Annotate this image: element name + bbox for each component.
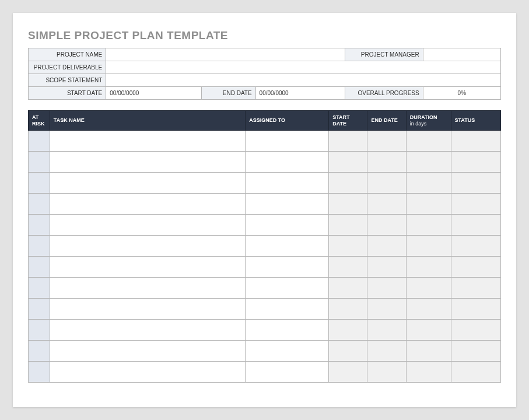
cell-status[interactable] bbox=[451, 194, 500, 215]
cell-end-date[interactable] bbox=[367, 299, 406, 320]
col-at-risk: AT RISK bbox=[29, 111, 50, 131]
cell-at-risk[interactable] bbox=[29, 320, 50, 341]
cell-task-name[interactable] bbox=[50, 152, 245, 173]
cell-start-date[interactable] bbox=[329, 194, 367, 215]
cell-end-date[interactable] bbox=[367, 362, 406, 383]
cell-task-name[interactable] bbox=[50, 215, 245, 236]
cell-task-name[interactable] bbox=[50, 278, 245, 299]
cell-task-name[interactable] bbox=[50, 299, 245, 320]
cell-status[interactable] bbox=[451, 152, 500, 173]
end-date-label: END DATE bbox=[202, 87, 255, 100]
cell-status[interactable] bbox=[451, 278, 500, 299]
col-duration: DURATIONin days bbox=[406, 111, 451, 131]
cell-end-date[interactable] bbox=[367, 215, 406, 236]
cell-assigned-to[interactable] bbox=[246, 299, 329, 320]
cell-start-date[interactable] bbox=[329, 278, 367, 299]
cell-assigned-to[interactable] bbox=[246, 320, 329, 341]
cell-at-risk[interactable] bbox=[29, 362, 50, 383]
cell-end-date[interactable] bbox=[367, 257, 406, 278]
cell-end-date[interactable] bbox=[367, 320, 406, 341]
cell-duration[interactable] bbox=[406, 299, 451, 320]
project-deliverable-value[interactable] bbox=[106, 61, 501, 74]
cell-status[interactable] bbox=[451, 362, 500, 383]
cell-at-risk[interactable] bbox=[29, 194, 50, 215]
cell-assigned-to[interactable] bbox=[246, 131, 329, 152]
table-row bbox=[29, 131, 501, 152]
cell-task-name[interactable] bbox=[50, 320, 245, 341]
project-info-table: PROJECT NAME PROJECT MANAGER PROJECT DEL… bbox=[28, 48, 501, 100]
cell-duration[interactable] bbox=[406, 320, 451, 341]
table-row bbox=[29, 341, 501, 362]
cell-start-date[interactable] bbox=[329, 152, 367, 173]
cell-end-date[interactable] bbox=[367, 341, 406, 362]
cell-duration[interactable] bbox=[406, 278, 451, 299]
cell-assigned-to[interactable] bbox=[246, 257, 329, 278]
project-manager-value[interactable] bbox=[423, 48, 500, 61]
cell-end-date[interactable] bbox=[367, 131, 406, 152]
overall-progress-value[interactable]: 0% bbox=[423, 87, 500, 100]
cell-duration[interactable] bbox=[406, 236, 451, 257]
table-row bbox=[29, 320, 501, 341]
cell-start-date[interactable] bbox=[329, 173, 367, 194]
cell-task-name[interactable] bbox=[50, 362, 245, 383]
cell-assigned-to[interactable] bbox=[246, 152, 329, 173]
cell-status[interactable] bbox=[451, 236, 500, 257]
cell-assigned-to[interactable] bbox=[246, 194, 329, 215]
cell-status[interactable] bbox=[451, 257, 500, 278]
cell-assigned-to[interactable] bbox=[246, 278, 329, 299]
cell-task-name[interactable] bbox=[50, 173, 245, 194]
cell-at-risk[interactable] bbox=[29, 173, 50, 194]
cell-start-date[interactable] bbox=[329, 362, 367, 383]
cell-start-date[interactable] bbox=[329, 215, 367, 236]
cell-assigned-to[interactable] bbox=[246, 215, 329, 236]
cell-assigned-to[interactable] bbox=[246, 362, 329, 383]
cell-duration[interactable] bbox=[406, 257, 451, 278]
start-date-value[interactable]: 00/00/0000 bbox=[106, 87, 202, 100]
cell-duration[interactable] bbox=[406, 152, 451, 173]
cell-at-risk[interactable] bbox=[29, 236, 50, 257]
cell-start-date[interactable] bbox=[329, 257, 367, 278]
cell-assigned-to[interactable] bbox=[246, 173, 329, 194]
cell-at-risk[interactable] bbox=[29, 341, 50, 362]
cell-start-date[interactable] bbox=[329, 131, 367, 152]
cell-end-date[interactable] bbox=[367, 173, 406, 194]
cell-status[interactable] bbox=[451, 173, 500, 194]
project-name-value[interactable] bbox=[106, 48, 345, 61]
cell-end-date[interactable] bbox=[367, 194, 406, 215]
cell-status[interactable] bbox=[451, 215, 500, 236]
end-date-value[interactable]: 00/00/0000 bbox=[255, 87, 345, 100]
cell-start-date[interactable] bbox=[329, 236, 367, 257]
cell-at-risk[interactable] bbox=[29, 299, 50, 320]
cell-duration[interactable] bbox=[406, 194, 451, 215]
cell-task-name[interactable] bbox=[50, 236, 245, 257]
cell-task-name[interactable] bbox=[50, 257, 245, 278]
cell-task-name[interactable] bbox=[50, 341, 245, 362]
cell-end-date[interactable] bbox=[367, 278, 406, 299]
cell-at-risk[interactable] bbox=[29, 278, 50, 299]
cell-status[interactable] bbox=[451, 131, 500, 152]
document-page: SIMPLE PROJECT PLAN TEMPLATE PROJECT NAM… bbox=[13, 13, 516, 407]
scope-statement-value[interactable] bbox=[106, 74, 501, 87]
cell-duration[interactable] bbox=[406, 215, 451, 236]
cell-duration[interactable] bbox=[406, 173, 451, 194]
cell-start-date[interactable] bbox=[329, 320, 367, 341]
cell-at-risk[interactable] bbox=[29, 152, 50, 173]
cell-status[interactable] bbox=[451, 299, 500, 320]
cell-duration[interactable] bbox=[406, 341, 451, 362]
cell-at-risk[interactable] bbox=[29, 131, 50, 152]
cell-duration[interactable] bbox=[406, 362, 451, 383]
cell-at-risk[interactable] bbox=[29, 257, 50, 278]
cell-assigned-to[interactable] bbox=[246, 236, 329, 257]
cell-task-name[interactable] bbox=[50, 194, 245, 215]
cell-task-name[interactable] bbox=[50, 131, 245, 152]
cell-start-date[interactable] bbox=[329, 341, 367, 362]
cell-status[interactable] bbox=[451, 320, 500, 341]
cell-assigned-to[interactable] bbox=[246, 341, 329, 362]
cell-start-date[interactable] bbox=[329, 299, 367, 320]
cell-at-risk[interactable] bbox=[29, 215, 50, 236]
cell-end-date[interactable] bbox=[367, 236, 406, 257]
col-status: STATUS bbox=[451, 111, 500, 131]
cell-status[interactable] bbox=[451, 341, 500, 362]
cell-duration[interactable] bbox=[406, 131, 451, 152]
cell-end-date[interactable] bbox=[367, 152, 406, 173]
